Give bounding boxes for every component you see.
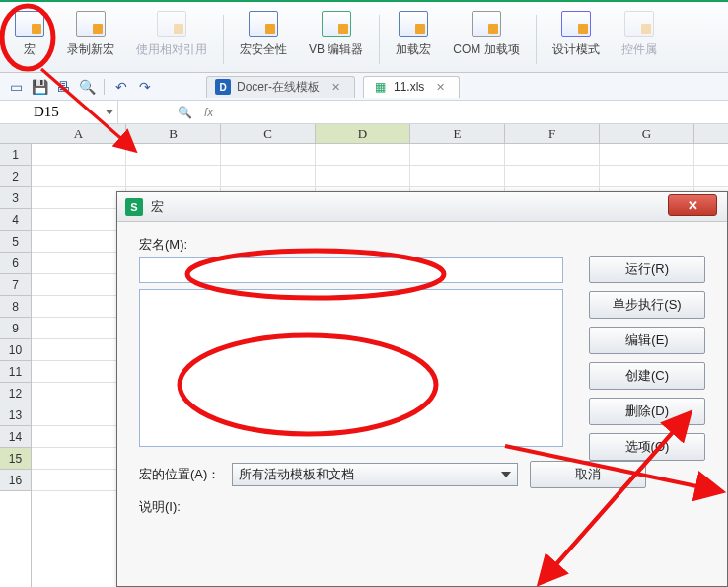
cell[interactable] [32,470,126,490]
column-header[interactable]: A [32,124,126,143]
tab-file[interactable]: ▦ 11.xls ✕ [363,76,460,98]
row-header[interactable]: 5 [0,231,31,253]
macro-name-input[interactable] [139,257,563,283]
tab-docer[interactable]: D Docer-在线模板 ✕ [206,76,355,98]
find-icon[interactable]: 🔍 [178,106,192,119]
ribbon-properties: 控件属 [614,6,665,67]
quick-access-bar: ▭ 💾 🖶 🔍 ↶ ↷ D Docer-在线模板 ✕ ▦ 11.xls ✕ [0,73,728,101]
cell[interactable] [32,209,126,230]
column-header[interactable]: E [410,124,505,143]
row-header[interactable]: 15 [0,448,31,470]
description-label: 说明(I): [139,498,705,516]
close-icon[interactable]: ✕ [436,81,445,94]
create-button[interactable]: 创建(C) [589,362,705,390]
print-icon[interactable]: 🖶 [53,77,73,97]
cell[interactable] [600,144,694,165]
cell[interactable] [316,166,410,186]
row-header[interactable]: 14 [0,426,31,448]
cancel-button[interactable]: 取消 [530,461,646,488]
dialog-titlebar[interactable]: S 宏 ✕ [117,192,727,222]
select-all-corner[interactable] [0,124,32,144]
cell[interactable] [221,166,316,186]
cell[interactable] [126,166,221,186]
run-button[interactable]: 运行(R) [589,256,705,283]
cell[interactable] [32,187,126,208]
cell[interactable] [32,318,126,338]
macro-list[interactable] [139,289,563,447]
cell[interactable] [410,166,505,186]
row-header[interactable]: 16 [0,470,31,491]
ribbon-com-addins[interactable]: COM 加载项 [445,6,527,67]
new-icon[interactable]: ▭ [6,77,26,97]
cell[interactable] [32,166,126,186]
macro-location-select[interactable]: 所有活动模板和文档 [232,463,518,486]
cell[interactable] [32,426,126,447]
edit-button[interactable]: 编辑(E) [589,327,705,354]
dialog-title: 宏 [151,198,164,216]
cell[interactable] [32,274,126,295]
docer-icon: D [215,79,231,95]
row-header[interactable]: 13 [0,404,31,426]
cell[interactable] [32,339,126,360]
ribbon-design-mode[interactable]: 设计模式 [545,6,608,67]
row-header[interactable]: 8 [0,296,31,318]
ribbon-divider [379,15,380,64]
cell[interactable] [32,383,126,404]
save-icon[interactable]: 💾 [30,77,49,97]
cell[interactable] [32,296,126,317]
close-icon[interactable]: ✕ [331,81,340,94]
row-header[interactable]: 1 [0,144,31,166]
column-header[interactable]: C [221,124,316,143]
row-header[interactable]: 6 [0,253,31,274]
ribbon-relative-ref[interactable]: 使用相对引用 [128,6,215,67]
cell[interactable] [32,144,126,165]
ribbon: 宏 录制新宏 使用相对引用 宏安全性 VB 编辑器 加载宏 COM 加载项 设计… [0,2,728,73]
cell[interactable] [600,166,694,186]
step-button[interactable]: 单步执行(S) [589,291,705,319]
formula-bar: D15 🔍 fx [0,101,728,124]
wps-icon: S [125,198,143,216]
ribbon-vb-editor[interactable]: VB 编辑器 [301,6,371,67]
cell[interactable] [505,144,600,165]
fx-icon[interactable]: fx [204,106,213,119]
cell[interactable] [126,144,221,165]
column-header[interactable]: D [316,124,410,143]
ribbon-macro-security[interactable]: 宏安全性 [232,6,295,67]
preview-icon[interactable]: 🔍 [77,77,97,97]
cell[interactable] [32,448,126,469]
close-button[interactable]: ✕ [668,194,717,216]
options-button[interactable]: 选项(O) [589,433,705,461]
row-header[interactable]: 12 [0,383,31,404]
row-header[interactable]: 3 [0,187,31,209]
macro-dialog: S 宏 ✕ 宏名(M): 运行(R) 单步执行(S) 编辑(E) 创建(C) 删… [116,191,728,587]
name-box[interactable]: D15 [0,101,118,123]
cell[interactable] [316,144,410,165]
cell[interactable] [32,253,126,273]
cell[interactable] [410,144,505,165]
delete-button[interactable]: 删除(D) [589,398,705,425]
cell[interactable] [221,144,316,165]
ribbon-macro[interactable]: 宏 [6,6,53,67]
cell[interactable] [32,404,126,425]
tab-label: Docer-在线模板 [237,79,320,96]
row-header[interactable]: 4 [0,209,31,231]
cell[interactable] [32,361,126,382]
redo-icon[interactable]: ↷ [135,77,155,97]
ribbon-load-macro[interactable]: 加载宏 [388,6,439,67]
row-header[interactable]: 9 [0,318,31,339]
macro-name-label: 宏名(M): [139,236,705,254]
cell[interactable] [32,231,126,252]
column-header[interactable]: F [505,124,600,143]
row-header[interactable]: 10 [0,339,31,361]
column-header[interactable]: B [126,124,221,143]
tab-label: 11.xls [394,80,424,94]
undo-icon[interactable]: ↶ [111,77,131,97]
row-header[interactable]: 11 [0,361,31,383]
row-header[interactable]: 7 [0,274,31,296]
ribbon-record-macro[interactable]: 录制新宏 [59,6,122,67]
xls-icon: ▦ [372,79,388,95]
cell[interactable] [505,166,600,186]
column-header[interactable]: G [600,124,694,143]
ribbon-divider [223,15,224,64]
row-header[interactable]: 2 [0,166,31,187]
